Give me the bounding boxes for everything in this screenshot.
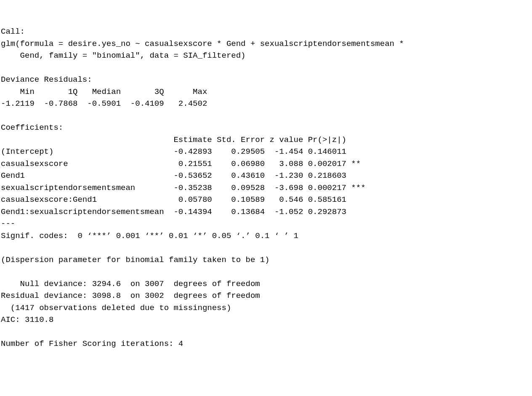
deviance-residuals-label: Deviance Residuals: (1, 75, 97, 84)
coef-row-gend1: Gend1 -0.53652 0.43610 -1.230 0.218603 (1, 171, 366, 180)
deviance-residuals-header: Min 1Q Median 3Q Max (1, 87, 217, 96)
call-label: Call: (1, 27, 25, 36)
fisher-iterations: Number of Fisher Scoring iterations: 4 (1, 339, 183, 348)
null-deviance: Null deviance: 3294.6 on 3007 degrees of… (1, 279, 260, 289)
deviance-residuals-values: -1.2119 -0.7868 -0.5901 -0.4109 2.4502 (1, 99, 217, 108)
coef-separator: --- (1, 219, 15, 228)
coefficients-header: Estimate Std. Error z value Pr(>|z|) (1, 135, 366, 144)
coef-row-intercept: (Intercept) -0.42893 0.29505 -1.454 0.14… (1, 147, 366, 156)
coef-row-gend1-sexualscript: Gend1:sexualscriptendorsementsmean -0.14… (1, 207, 366, 217)
aic: AIC: 3110.8 (1, 315, 53, 324)
r-glm-summary-output: Call: glm(formula = desire.yes_no ~ casu… (1, 26, 531, 350)
missingness-note: (1417 observations deleted due to missin… (1, 303, 231, 313)
call-formula-line2: Gend, family = "binomial", data = SIA_fi… (1, 51, 246, 60)
dispersion-note: (Dispersion parameter for binomial famil… (1, 255, 270, 265)
call-formula-line1: glm(formula = desire.yes_no ~ casualsexs… (1, 39, 409, 48)
coefficients-label: Coefficients: (1, 123, 63, 132)
coef-row-casualsexscore: casualsexscore 0.21551 0.06980 3.088 0.0… (1, 159, 366, 169)
coef-row-sexualscript: sexualscriptendorsementsmean -0.35238 0.… (1, 183, 366, 193)
residual-deviance: Residual deviance: 3098.8 on 3002 degree… (1, 291, 260, 300)
coef-row-casualsex-gend1: casualsexscore:Gend1 0.05780 0.10589 0.5… (1, 195, 366, 204)
signif-codes: Signif. codes: 0 ‘***’ 0.001 ‘**’ 0.01 ‘… (1, 231, 298, 241)
